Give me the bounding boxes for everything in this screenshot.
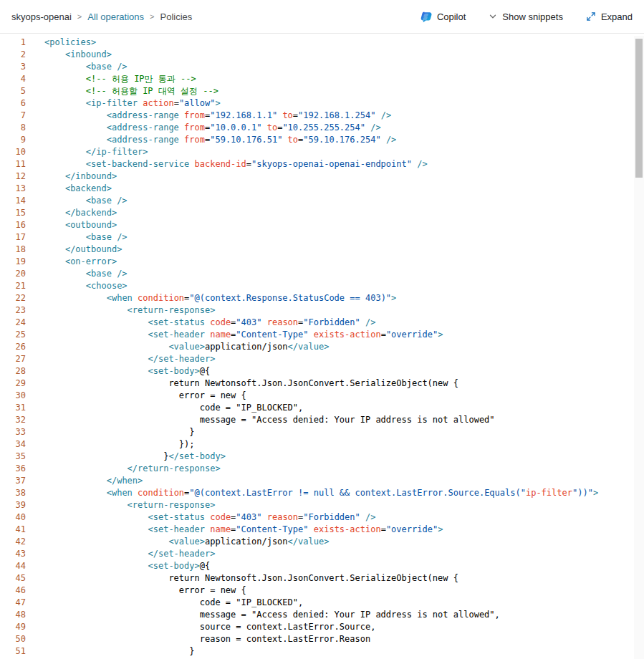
code-line-content[interactable]: <policies> bbox=[26, 37, 96, 49]
line-number[interactable]: 27 bbox=[0, 353, 26, 365]
line-number[interactable]: 11 bbox=[0, 158, 26, 170]
code-line[interactable]: 9 <address-range from="59.10.176.51" to=… bbox=[0, 134, 644, 146]
code-line-content[interactable]: return Newtonsoft.Json.JsonConvert.Seria… bbox=[26, 572, 458, 585]
code-line-content[interactable]: <on-error> bbox=[26, 256, 117, 268]
code-line[interactable]: 46 error = new { bbox=[0, 585, 644, 597]
code-line-content[interactable]: <address-range from="192.168.1.1" to="19… bbox=[26, 110, 391, 122]
code-line-content[interactable]: <inbound> bbox=[26, 49, 112, 61]
code-line-content[interactable]: <base /> bbox=[26, 195, 128, 207]
line-number[interactable]: 15 bbox=[0, 207, 26, 219]
line-number[interactable]: 50 bbox=[0, 633, 26, 645]
code-line[interactable]: 10 </ip-filter> bbox=[0, 146, 644, 158]
line-number[interactable]: 38 bbox=[0, 487, 26, 499]
code-line[interactable]: 1<policies> bbox=[0, 37, 644, 49]
line-number[interactable]: 31 bbox=[0, 402, 26, 414]
line-number[interactable]: 2 bbox=[0, 49, 26, 61]
line-number[interactable]: 26 bbox=[0, 341, 26, 353]
code-line[interactable]: 38 <when condition="@(context.LastError … bbox=[0, 487, 644, 499]
code-line-content[interactable]: <base /> bbox=[26, 61, 128, 73]
line-number[interactable]: 42 bbox=[0, 536, 26, 548]
code-line[interactable]: 19 <on-error> bbox=[0, 256, 644, 268]
code-line[interactable]: 8 <address-range from="10.0.0.1" to="10.… bbox=[0, 122, 644, 134]
line-number[interactable]: 4 bbox=[0, 73, 26, 85]
code-line-content[interactable]: <backend> bbox=[26, 183, 112, 195]
code-line[interactable]: 25 <set-header name="Content-Type" exist… bbox=[0, 329, 644, 341]
breadcrumb-item-api-name[interactable]: skyops-openai bbox=[11, 11, 72, 22]
code-line[interactable]: 33 } bbox=[0, 426, 644, 438]
line-number[interactable]: 20 bbox=[0, 268, 26, 280]
code-line-content[interactable]: error = new { bbox=[26, 585, 246, 597]
line-number[interactable]: 36 bbox=[0, 463, 26, 475]
code-line-content[interactable]: </inbound> bbox=[26, 170, 117, 183]
code-line[interactable]: 27 </set-header> bbox=[0, 353, 644, 365]
line-number[interactable]: 22 bbox=[0, 292, 26, 304]
code-line[interactable]: 43 </set-header> bbox=[0, 548, 644, 560]
line-number[interactable]: 24 bbox=[0, 317, 26, 329]
code-line[interactable]: 28 <set-body>@{ bbox=[0, 365, 644, 377]
line-number[interactable]: 9 bbox=[0, 134, 26, 146]
code-line[interactable]: 21 <choose> bbox=[0, 280, 644, 292]
code-line[interactable]: 14 <base /> bbox=[0, 195, 644, 207]
code-line[interactable]: 5 <!-- 허용할 IP 대역 설정 --> bbox=[0, 85, 644, 97]
line-number[interactable]: 23 bbox=[0, 304, 26, 317]
line-number[interactable]: 43 bbox=[0, 548, 26, 560]
code-line-content[interactable]: }</set-body> bbox=[26, 451, 226, 463]
code-line[interactable]: 36 </return-response> bbox=[0, 463, 644, 475]
code-line-content[interactable]: <choose> bbox=[26, 280, 128, 292]
line-number[interactable]: 28 bbox=[0, 365, 26, 377]
code-line[interactable]: 16 <outbound> bbox=[0, 219, 644, 231]
code-area[interactable]: 1<policies>2 <inbound>3 <base />4 <!-- 허… bbox=[0, 37, 644, 658]
code-line-content[interactable]: </ip-filter> bbox=[26, 146, 148, 158]
line-number[interactable]: 6 bbox=[0, 97, 26, 110]
code-line-content[interactable]: message = "Access denied: Your IP addres… bbox=[26, 414, 495, 426]
line-number[interactable]: 49 bbox=[0, 621, 26, 633]
code-line[interactable]: 45 return Newtonsoft.Json.JsonConvert.Se… bbox=[0, 572, 644, 585]
code-line[interactable]: 35 }</set-body> bbox=[0, 451, 644, 463]
code-line-content[interactable]: <!-- 허용 IP만 통과 --> bbox=[26, 73, 196, 85]
code-line[interactable]: 50 reason = context.LastError.Reason bbox=[0, 633, 644, 645]
line-number[interactable]: 12 bbox=[0, 170, 26, 183]
line-number[interactable]: 37 bbox=[0, 475, 26, 487]
line-number[interactable]: 34 bbox=[0, 438, 26, 451]
code-line-content[interactable]: code = "IP_BLOCKED", bbox=[26, 597, 303, 609]
code-line-content[interactable]: <when condition="@(context.Response.Stat… bbox=[26, 292, 396, 304]
code-line[interactable]: 20 <base /> bbox=[0, 268, 644, 280]
line-number[interactable]: 45 bbox=[0, 572, 26, 585]
line-number[interactable]: 48 bbox=[0, 609, 26, 621]
code-line-content[interactable]: } bbox=[26, 645, 195, 658]
line-number[interactable]: 3 bbox=[0, 61, 26, 73]
code-line-content[interactable]: source = context.LastError.Source, bbox=[26, 621, 375, 633]
code-line[interactable]: 40 <set-status code="403" reason="Forbid… bbox=[0, 511, 644, 524]
code-line-content[interactable]: </set-header> bbox=[26, 548, 215, 560]
code-line-content[interactable]: code = "IP_BLOCKED", bbox=[26, 402, 303, 414]
breadcrumb-item-all-operations[interactable]: All operations bbox=[87, 11, 144, 22]
code-line-content[interactable]: <outbound> bbox=[26, 219, 117, 231]
code-line[interactable]: 51 } bbox=[0, 645, 644, 658]
code-line[interactable]: 49 source = context.LastError.Source, bbox=[0, 621, 644, 633]
line-number[interactable]: 51 bbox=[0, 645, 26, 658]
code-line-content[interactable]: </when> bbox=[26, 475, 143, 487]
code-line-content[interactable]: <address-range from="10.0.0.1" to="10.25… bbox=[26, 122, 381, 134]
line-number[interactable]: 29 bbox=[0, 377, 26, 390]
code-line-content[interactable]: }); bbox=[26, 438, 195, 451]
line-number[interactable]: 32 bbox=[0, 414, 26, 426]
line-number[interactable]: 25 bbox=[0, 329, 26, 341]
vertical-scrollbar[interactable] bbox=[634, 36, 644, 659]
code-line-content[interactable]: <value>application/json</value> bbox=[26, 341, 329, 353]
code-line-content[interactable]: <set-status code="403" reason="Forbidden… bbox=[26, 511, 375, 524]
code-line-content[interactable]: <ip-filter action="allow"> bbox=[26, 97, 221, 110]
code-line-content[interactable]: reason = context.LastError.Reason bbox=[26, 633, 370, 645]
code-line-content[interactable]: <set-header name="Content-Type" exists-a… bbox=[26, 524, 443, 536]
line-number[interactable]: 10 bbox=[0, 146, 26, 158]
code-line[interactable]: 31 code = "IP_BLOCKED", bbox=[0, 402, 644, 414]
code-line-content[interactable]: return Newtonsoft.Json.JsonConvert.Seria… bbox=[26, 377, 458, 390]
code-line-content[interactable]: <return-response> bbox=[26, 499, 215, 511]
line-number[interactable]: 13 bbox=[0, 183, 26, 195]
code-line[interactable]: 47 code = "IP_BLOCKED", bbox=[0, 597, 644, 609]
line-number[interactable]: 8 bbox=[0, 122, 26, 134]
code-line-content[interactable]: <value>application/json</value> bbox=[26, 536, 329, 548]
code-line-content[interactable]: <set-status code="403" reason="Forbidden… bbox=[26, 317, 375, 329]
code-line-content[interactable]: message = "Access denied: Your IP addres… bbox=[26, 609, 500, 621]
expand-button[interactable]: Expand bbox=[585, 9, 634, 25]
line-number[interactable]: 17 bbox=[0, 231, 26, 244]
